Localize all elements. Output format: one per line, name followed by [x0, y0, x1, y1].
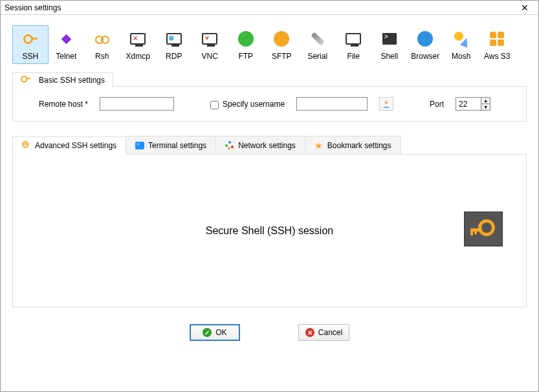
cross-icon: ✕: [305, 328, 314, 337]
protocol-file[interactable]: File: [336, 25, 372, 64]
protocol-label: SSH: [13, 52, 48, 61]
specify-username-label: Specify username: [223, 100, 285, 109]
session-description: Secure Shell (SSH) session: [206, 225, 333, 237]
tab-label: Advanced SSH settings: [35, 141, 116, 150]
basic-ssh-tab: Basic SSH settings: [12, 72, 113, 88]
remote-host-input[interactable]: [100, 97, 174, 111]
basic-ssh-group: Basic SSH settings Remote host * Specify…: [12, 86, 527, 122]
protocol-aws-s3[interactable]: Aws S3: [479, 25, 516, 64]
ftp-icon: [237, 30, 255, 48]
star-icon: ★: [314, 141, 324, 150]
protocol-label: Xdmcp: [121, 52, 156, 61]
close-icon[interactable]: ✕: [515, 1, 534, 15]
ok-label: OK: [215, 328, 226, 337]
username-input[interactable]: [296, 97, 368, 111]
sftp-icon: [272, 30, 291, 48]
port-input[interactable]: [456, 97, 481, 111]
port-label: Port: [430, 100, 444, 109]
protocol-label: FTP: [228, 52, 263, 61]
advanced-panel: Secure Shell (SSH) session: [12, 155, 527, 307]
protocol-browser[interactable]: Browser: [408, 25, 444, 64]
specify-username-box[interactable]: [210, 101, 219, 109]
protocol-vnc[interactable]: V VNC: [192, 25, 228, 64]
settings-tabs: Advanced SSH settings Terminal settings …: [12, 136, 527, 155]
tab-terminal[interactable]: Terminal settings: [126, 136, 216, 154]
key-icon: [470, 219, 496, 239]
key-icon: [21, 76, 35, 85]
protocol-label: SFTP: [265, 52, 300, 61]
tab-advanced-ssh[interactable]: Advanced SSH settings: [12, 136, 126, 155]
file-icon: [344, 30, 362, 48]
window-title: Session settings: [5, 1, 61, 15]
protocol-label: File: [336, 52, 371, 61]
remote-host-label: Remote host *: [39, 100, 88, 109]
protocol-telnet[interactable]: Telnet: [49, 25, 85, 64]
protocol-label: Aws S3: [480, 52, 515, 61]
protocol-mosh[interactable]: Mosh: [443, 25, 479, 64]
spinner-up-icon[interactable]: ▲: [481, 98, 490, 104]
basic-ssh-tab-label: Basic SSH settings: [39, 76, 105, 85]
title-bar: Session settings ✕: [1, 1, 538, 15]
key-icon: [22, 141, 31, 150]
tab-label: Terminal settings: [148, 141, 206, 150]
cancel-button[interactable]: ✕ Cancel: [298, 324, 349, 341]
s3-icon: [488, 30, 506, 48]
rdp-icon: ⊞: [165, 30, 183, 48]
protocol-xdmcp[interactable]: X Xdmcp: [120, 25, 157, 64]
person-icon: [382, 100, 391, 109]
dialog-content: SSH Telnet Rsh X Xdmcp ⊞ RDP V VNC FTP S…: [1, 15, 538, 350]
specify-username-checkbox[interactable]: Specify username: [210, 100, 285, 109]
protocol-label: RDP: [157, 52, 192, 61]
protocol-label: Mosh: [444, 52, 479, 61]
cancel-label: Cancel: [318, 328, 342, 337]
xdmcp-icon: X: [129, 30, 147, 48]
protocol-ftp[interactable]: FTP: [228, 25, 264, 64]
key-icon: [21, 30, 39, 48]
protocol-ssh[interactable]: SSH: [12, 25, 49, 64]
serial-icon: [309, 30, 327, 48]
port-spinner[interactable]: ▲▼: [481, 97, 490, 111]
tab-bookmark[interactable]: ★ Bookmark settings: [305, 136, 401, 154]
session-type-icon-box: [464, 212, 503, 246]
protocol-label: Serial: [300, 52, 335, 61]
rsh-icon: [93, 30, 111, 48]
terminal-icon: [135, 142, 144, 149]
vnc-icon: V: [201, 30, 219, 48]
tab-label: Network settings: [238, 141, 296, 150]
tab-label: Bookmark settings: [327, 141, 391, 150]
ok-button[interactable]: ✓ OK: [190, 324, 240, 341]
network-icon: [225, 141, 234, 150]
browser-icon: [416, 30, 434, 48]
mosh-icon: [452, 30, 470, 48]
user-picker-button[interactable]: [379, 97, 393, 111]
check-icon: ✓: [203, 328, 212, 337]
protocol-toolbar: SSH Telnet Rsh X Xdmcp ⊞ RDP V VNC FTP S…: [12, 25, 527, 64]
protocol-label: Rsh: [85, 52, 120, 61]
protocol-shell[interactable]: Shell: [371, 25, 408, 64]
spinner-down-icon[interactable]: ▼: [481, 104, 490, 110]
protocol-label: Browser: [408, 52, 443, 61]
telnet-icon: [57, 30, 75, 48]
svg-point-0: [385, 101, 388, 104]
protocol-rdp[interactable]: ⊞ RDP: [156, 25, 192, 64]
dialog-buttons: ✓ OK ✕ Cancel: [12, 324, 527, 341]
protocol-sftp[interactable]: SFTP: [264, 25, 300, 64]
protocol-label: VNC: [193, 52, 228, 61]
tab-network[interactable]: Network settings: [215, 136, 305, 154]
shell-icon: [380, 30, 399, 48]
protocol-rsh[interactable]: Rsh: [84, 25, 120, 64]
protocol-label: Telnet: [49, 52, 84, 61]
protocol-label: Shell: [372, 52, 407, 61]
protocol-serial[interactable]: Serial: [300, 25, 336, 64]
